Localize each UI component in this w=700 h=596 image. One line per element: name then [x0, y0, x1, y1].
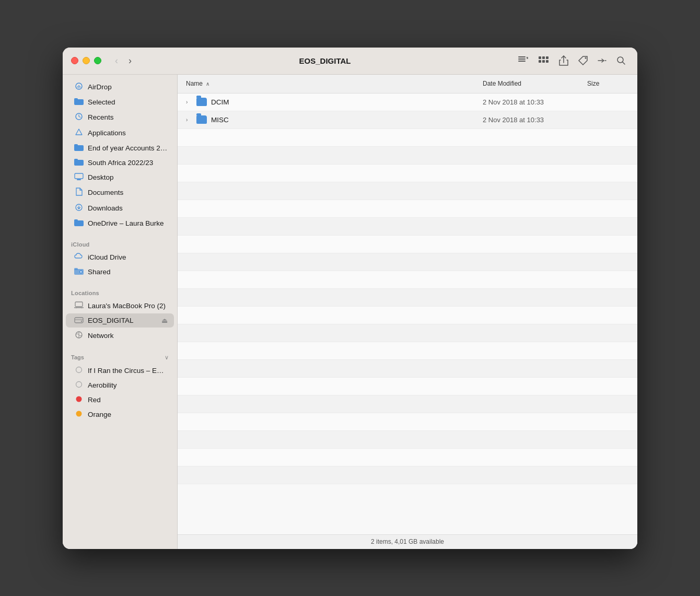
sidebar: AirDrop Selected Recen — [63, 75, 178, 549]
maximize-button[interactable] — [94, 57, 101, 64]
name-column-header[interactable]: Name ∧ — [186, 80, 483, 87]
svg-point-11 — [76, 83, 82, 89]
empty-row — [178, 182, 637, 200]
back-button[interactable]: ‹ — [112, 53, 121, 68]
shared-icon — [74, 267, 84, 276]
close-button[interactable] — [71, 57, 78, 64]
search-button[interactable] — [613, 54, 629, 67]
sidebar-item-tag-red[interactable]: Red — [66, 393, 174, 407]
sidebar-item-desktop[interactable]: Desktop — [66, 170, 174, 184]
file-row-name: › MISC — [186, 115, 483, 124]
icloud-section-header: iCloud — [63, 235, 177, 250]
sidebar-item-end-of-year[interactable]: End of year Accounts 2021 — [66, 141, 174, 155]
date-column-header[interactable]: Date Modified — [483, 80, 587, 87]
list-view-button[interactable] — [515, 54, 532, 67]
tag-button[interactable] — [575, 53, 591, 68]
sidebar-item-applications[interactable]: Applications — [66, 125, 174, 141]
network-icon — [74, 331, 84, 341]
toolbar-right — [515, 53, 629, 68]
expand-chevron-icon[interactable]: › — [186, 99, 192, 105]
svg-point-35 — [76, 411, 82, 416]
svg-point-30 — [81, 320, 82, 321]
south-africa-label: South Africa 2022/23 — [88, 159, 168, 167]
empty-row — [178, 253, 637, 271]
sidebar-item-shared[interactable]: Shared — [66, 265, 174, 279]
desktop-icon — [74, 173, 84, 182]
toolbar-nav: ‹ › — [112, 53, 135, 68]
svg-rect-19 — [74, 159, 78, 161]
file-list: › DCIM 2 Nov 2018 at 10:33 › MISC 2 Nov … — [178, 94, 637, 534]
sidebar-item-tag-orange[interactable]: Orange — [66, 407, 174, 422]
svg-rect-1 — [518, 59, 526, 60]
file-name-label: MISC — [211, 116, 229, 124]
recents-label: Recents — [88, 113, 168, 121]
tag-circus-icon — [74, 366, 84, 375]
empty-row — [178, 200, 637, 218]
empty-row — [178, 218, 637, 236]
tag-orange-icon — [74, 410, 84, 419]
sidebar-item-network[interactable]: Network — [66, 328, 174, 343]
macbook-label: Laura's MacBook Pro (2) — [88, 302, 168, 310]
sidebar-item-macbook[interactable]: Laura's MacBook Pro (2) — [66, 299, 174, 313]
svg-rect-17 — [74, 144, 78, 146]
end-of-year-folder-icon — [74, 144, 84, 153]
laptop-icon — [74, 301, 84, 310]
file-date-label: 2 Nov 2018 at 10:33 — [483, 116, 587, 124]
eos-digital-label: EOS_DIGITAL — [88, 317, 157, 324]
svg-point-34 — [76, 396, 82, 402]
minimize-button[interactable] — [83, 57, 90, 64]
sidebar-item-south-africa[interactable]: South Africa 2022/23 — [66, 156, 174, 170]
traffic-lights — [71, 57, 101, 64]
sidebar-item-documents[interactable]: Documents — [66, 185, 174, 200]
file-row[interactable]: › DCIM 2 Nov 2018 at 10:33 — [178, 94, 637, 111]
size-column-header[interactable]: Size — [587, 80, 629, 87]
documents-icon — [74, 188, 84, 197]
empty-row — [178, 360, 637, 378]
window-title: EOS_DIGITAL — [135, 56, 515, 65]
svg-rect-5 — [546, 56, 549, 59]
more-button[interactable] — [594, 54, 610, 67]
end-of-year-label: End of year Accounts 2021 — [88, 144, 168, 152]
svg-rect-28 — [75, 302, 83, 307]
empty-row — [178, 378, 637, 395]
sidebar-item-airdrop[interactable]: AirDrop — [66, 79, 174, 95]
tags-chevron-icon[interactable]: ∨ — [165, 354, 169, 361]
drive-icon — [74, 316, 84, 325]
status-bar: 2 items, 4,01 GB available — [178, 534, 637, 549]
file-row[interactable]: › MISC 2 Nov 2018 at 10:33 — [178, 111, 637, 129]
sidebar-item-eos-digital[interactable]: EOS_DIGITAL ⏏ — [66, 313, 174, 328]
folder-icon — [196, 98, 207, 106]
selected-folder-icon — [74, 98, 84, 107]
expand-chevron-icon[interactable]: › — [186, 117, 192, 123]
forward-button[interactable]: › — [125, 53, 135, 68]
recents-icon — [74, 112, 84, 122]
finder-window: ‹ › EOS_DIGITAL — [63, 48, 637, 549]
svg-point-12 — [78, 87, 79, 88]
sidebar-item-selected[interactable]: Selected — [66, 95, 174, 109]
share-button[interactable] — [556, 53, 571, 68]
svg-rect-26 — [74, 268, 78, 270]
empty-row — [178, 395, 637, 413]
empty-row — [178, 431, 637, 449]
shared-label: Shared — [88, 268, 168, 276]
downloads-label: Downloads — [88, 204, 168, 212]
sort-arrow-icon: ∧ — [206, 81, 209, 87]
sidebar-item-recents[interactable]: Recents — [66, 110, 174, 125]
svg-point-33 — [76, 381, 82, 387]
locations-section-header: Locations — [63, 284, 177, 298]
grid-view-button[interactable] — [535, 54, 553, 67]
sidebar-item-onedrive[interactable]: OneDrive – Laura Burke — [66, 216, 174, 230]
empty-row — [178, 449, 637, 466]
airdrop-label: AirDrop — [88, 83, 168, 91]
empty-row — [178, 236, 637, 253]
tag-aerobility-label: Aerobility — [88, 381, 168, 389]
titlebar: ‹ › EOS_DIGITAL — [63, 48, 637, 75]
sidebar-item-icloud-drive[interactable]: iCloud Drive — [66, 250, 174, 264]
eject-button[interactable]: ⏏ — [161, 317, 168, 324]
tag-red-icon — [74, 395, 84, 404]
sidebar-item-tag-aerobility[interactable]: Aerobility — [66, 378, 174, 392]
empty-row — [178, 147, 637, 165]
svg-rect-6 — [539, 60, 541, 63]
sidebar-item-downloads[interactable]: Downloads — [66, 201, 174, 216]
sidebar-item-tag-circus[interactable]: If I Ran the Circus – Emplo... — [66, 364, 174, 378]
